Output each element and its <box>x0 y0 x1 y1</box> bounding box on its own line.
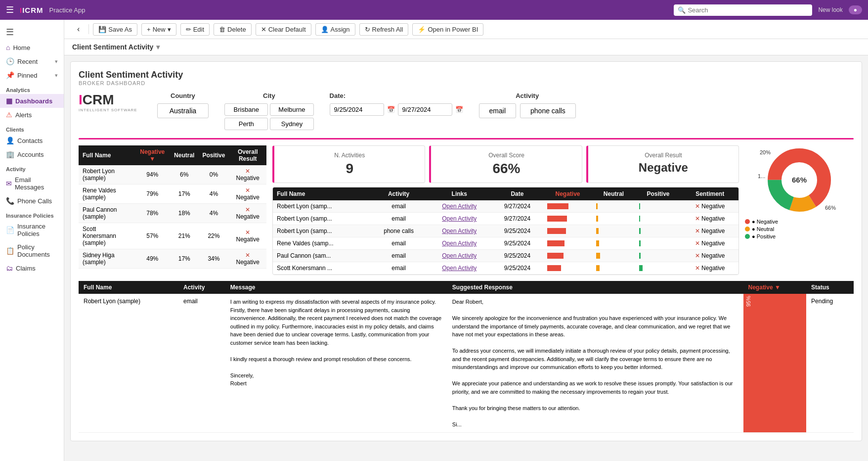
score-neutral: 17% <box>170 249 198 269</box>
search-input[interactable] <box>674 4 812 16</box>
documents-icon: 📋 <box>6 247 14 255</box>
sidebar-item-pinned[interactable]: 📌 Pinned ▾ <box>0 68 64 82</box>
pin-icon: 📌 <box>6 71 14 79</box>
activity-email-button[interactable]: email <box>479 103 516 118</box>
score-result: ✕ Negative <box>229 223 266 249</box>
date-filter: Date: 📅 📅 <box>330 92 463 116</box>
topbar-logo: IICRM <box>20 6 43 14</box>
score-neutral: 18% <box>170 204 198 223</box>
msg-status: Pending <box>806 294 854 433</box>
calendar-icon: 📅 <box>387 106 395 113</box>
col-overall-result: Overall Result <box>229 145 266 165</box>
sidebar-item-phone-calls[interactable]: 📞 Phone Calls <box>0 194 64 208</box>
detail-col-positive: Positive <box>635 187 682 200</box>
breadcrumb-chevron[interactable]: ▾ <box>156 43 160 51</box>
assign-button[interactable]: 👤 Assign <box>315 23 355 36</box>
assign-icon: 👤 <box>321 26 329 33</box>
refresh-all-button[interactable]: ↻ Refresh All <box>359 23 409 36</box>
sidebar-item-alerts[interactable]: ⚠ Alerts <box>0 108 64 122</box>
city-filter: City Brisbane Melburne Perth Sydney <box>224 92 313 130</box>
detail-table-row: Robert Lyon (samp... email Open Activity… <box>273 200 738 213</box>
clear-icon: ✕ <box>261 26 266 33</box>
city-melburne[interactable]: Melburne <box>270 103 313 116</box>
new-button[interactable]: + New ▾ <box>141 23 176 36</box>
date-to-input[interactable] <box>398 103 452 116</box>
sidebar-item-label: Insurance Policies <box>17 223 58 237</box>
city-brisbane[interactable]: Brisbane <box>224 103 268 116</box>
detail-date: 9/25/2024 <box>491 225 543 237</box>
filter-row: ICRM INTELLIGENT SOFTWARE Country Austra… <box>79 92 854 130</box>
detail-pos-bar <box>635 225 682 237</box>
detail-table-row: Scott Konersmann ... email Open Activity… <box>273 262 738 275</box>
score-negative: 79% <box>135 184 171 204</box>
detail-table-row: Robert Lyon (samp... email Open Activity… <box>273 213 738 225</box>
city-perth[interactable]: Perth <box>224 118 268 130</box>
contacts-icon: 👤 <box>6 137 14 144</box>
detail-link[interactable]: Open Activity <box>427 237 491 250</box>
city-sydney[interactable]: Sydney <box>270 118 313 130</box>
clear-default-button[interactable]: ✕ Clear Default <box>256 23 311 36</box>
sidebar-item-dashboards[interactable]: ▦ Dashboards <box>0 94 64 108</box>
score-table-row: Paul Cannon (sample) 78% 18% 4% ✕ Negati… <box>79 204 266 223</box>
sidebar-item-email-messages[interactable]: ✉ Email Messages <box>0 173 64 194</box>
negative-dot <box>745 219 750 224</box>
score-name: Paul Cannon (sample) <box>79 204 135 223</box>
policy-icon: 📄 <box>6 226 14 234</box>
detail-col-links: Links <box>427 187 491 200</box>
new-look-toggle[interactable]: ● <box>849 5 862 14</box>
score-name: Scott Konersmann (sample) <box>79 223 135 249</box>
col-full-name: Full Name <box>79 145 135 165</box>
country-button[interactable]: Australia <box>157 103 209 118</box>
donut-label-66: 66% <box>825 205 836 211</box>
detail-link[interactable]: Open Activity <box>427 200 491 213</box>
breadcrumb: Client Sentiment Activity ▾ <box>64 39 868 55</box>
legend-negative: ● Negative <box>745 219 854 225</box>
sidebar-item-policy-documents[interactable]: 📋 Policy Documents <box>0 240 64 261</box>
n-activities-label: N. Activities <box>282 152 417 159</box>
score-table-row: Scott Konersmann (sample) 57% 21% 22% ✕ … <box>79 223 266 249</box>
detail-link[interactable]: Open Activity <box>427 250 491 262</box>
save-icon: 💾 <box>98 26 106 33</box>
detail-table-row: Robert Lyon (samp... phone calls Open Ac… <box>273 225 738 237</box>
sidebar-item-label: Alerts <box>15 111 32 119</box>
detail-col-sentiment: Sentiment <box>681 187 738 200</box>
sidebar-item-contacts[interactable]: 👤 Contacts <box>0 134 64 147</box>
detail-pos-bar <box>635 237 682 250</box>
save-as-button[interactable]: 💾 Save As <box>93 23 137 36</box>
score-result: ✕ Negative <box>229 249 266 269</box>
overall-result-value: Negative <box>596 161 731 175</box>
overall-score-card: Overall Score 66% <box>429 145 582 183</box>
detail-link[interactable]: Open Activity <box>427 225 491 237</box>
search-bar[interactable]: 🔍 <box>674 4 812 16</box>
edit-button[interactable]: ✏ Edit <box>180 23 210 36</box>
activity-phone-button[interactable]: phone calls <box>520 103 576 118</box>
sidebar-item-accounts[interactable]: 🏢 Accounts <box>0 147 64 161</box>
message-table: Full Name Activity Message Suggested Res… <box>79 281 854 433</box>
delete-button[interactable]: 🗑 Delete <box>214 23 252 36</box>
detail-link[interactable]: Open Activity <box>427 213 491 225</box>
date-from-input[interactable] <box>330 103 384 116</box>
sidebar-hamburger[interactable]: ☰ <box>0 24 64 41</box>
hamburger-icon[interactable]: ☰ <box>6 4 14 15</box>
sidebar-item-insurance-policies[interactable]: 📄 Insurance Policies <box>0 220 64 240</box>
score-table-row: Robert Lyon (sample) 94% 6% 0% ✕ Negativ… <box>79 165 266 184</box>
city-label: City <box>224 92 313 99</box>
open-power-bi-button[interactable]: ⚡ Open in Power BI <box>412 23 483 36</box>
legend-neutral-label: ● Neutral <box>752 226 774 232</box>
overall-score-label: Overall Score <box>439 152 573 159</box>
sidebar-item-claims[interactable]: 🗂 Claims <box>0 261 64 275</box>
power-bi-icon: ⚡ <box>418 26 426 33</box>
sidebar-item-recent[interactable]: 🕒 Recent ▾ <box>0 54 64 68</box>
detail-col-neutral: Neutral <box>592 187 635 200</box>
sidebar-item-home[interactable]: ⌂ Home <box>0 41 64 54</box>
back-button[interactable]: ‹ <box>72 23 85 36</box>
detail-neut-bar <box>592 225 635 237</box>
dashboards-icon: ▦ <box>6 97 12 105</box>
detail-activity: phone calls <box>370 225 428 237</box>
home-icon: ⌂ <box>6 44 10 51</box>
overall-result-card: Overall Result Negative <box>586 145 739 183</box>
score-positive: 0% <box>198 165 229 184</box>
separator <box>79 138 854 139</box>
score-neutral: 21% <box>170 223 198 249</box>
detail-link[interactable]: Open Activity <box>427 262 491 275</box>
